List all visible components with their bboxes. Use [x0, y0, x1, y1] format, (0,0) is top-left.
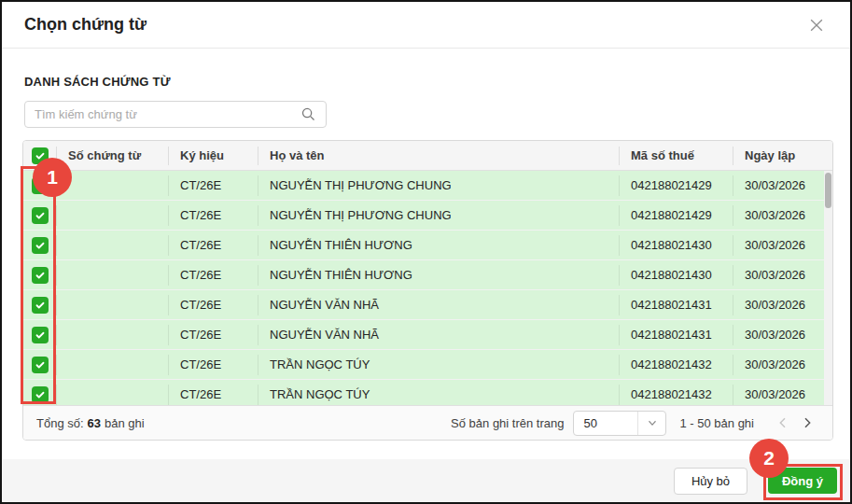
cell-ma-so-thue: 042188021430: [619, 235, 733, 256]
column-header-ky-hieu[interactable]: Ký hiệu: [168, 147, 258, 165]
cell-ho-va-ten: NGUYỄN THỊ PHƯƠNG CHUNG: [258, 175, 619, 196]
cell-ho-va-ten: NGUYỄN VĂN NHÃ: [258, 325, 619, 345]
cell-ngay-lap: 30/03/2026: [733, 325, 832, 345]
cell-ma-so-thue: 042188021431: [619, 325, 733, 345]
search-icon[interactable]: [300, 106, 316, 122]
row-checkbox[interactable]: [23, 237, 56, 254]
page-range-label: 1 - 50 bản ghi: [679, 416, 754, 430]
cell-ho-va-ten: TRẦN NGỌC TÚY: [258, 355, 619, 375]
total-value: 63: [88, 416, 101, 430]
cell-so-chung-tu: [56, 385, 168, 405]
cell-so-chung-tu: [56, 295, 168, 315]
chevron-right-icon: [800, 415, 815, 430]
row-checkbox[interactable]: [23, 297, 56, 314]
column-header-ngay-lap[interactable]: Ngày lập: [733, 147, 832, 165]
cell-ngay-lap: 30/03/2026: [733, 175, 832, 196]
cell-ho-va-ten: NGUYỄN THIÊN HƯƠNG: [258, 265, 619, 286]
table-row[interactable]: CT/26E NGUYỄN VĂN NHÃ 042188021431 30/03…: [23, 320, 832, 350]
cell-ky-hieu: CT/26E: [168, 175, 258, 196]
confirm-button[interactable]: Đồng ý: [768, 468, 837, 494]
modal-header: Chọn chứng từ: [2, 2, 850, 49]
document-table: Số chứng từ Ký hiệu Họ và tên Mã số thuế…: [22, 140, 833, 441]
cell-ky-hieu: CT/26E: [168, 265, 258, 286]
cell-ho-va-ten: TRẦN NGỌC TÚY: [258, 385, 619, 405]
cell-ngay-lap: 30/03/2026: [733, 205, 832, 226]
table-row[interactable]: CT/26E NGUYỄN THỊ PHƯƠNG CHUNG 042188021…: [23, 171, 832, 201]
cell-ngay-lap: 30/03/2026: [733, 355, 832, 375]
checkbox-checked-icon: [32, 297, 49, 314]
cancel-button[interactable]: Hủy bỏ: [674, 468, 747, 495]
cell-so-chung-tu: [56, 235, 168, 256]
cell-so-chung-tu: [56, 205, 168, 226]
cell-so-chung-tu: [56, 325, 168, 345]
cell-ma-so-thue: 042188021432: [619, 355, 733, 375]
table-footer: Tổng số: 63 bản ghi Số bản ghi trên tran…: [23, 405, 832, 440]
per-page-value: 50: [574, 416, 637, 430]
column-header-ho-va-ten[interactable]: Họ và tên: [258, 147, 619, 165]
chevron-down-icon: [637, 412, 665, 435]
search-box: [24, 101, 327, 128]
cell-ho-va-ten: NGUYỄN VĂN NHÃ: [258, 295, 619, 315]
close-icon: [807, 16, 826, 35]
per-page-select[interactable]: 50: [573, 411, 666, 436]
next-page-button[interactable]: [795, 411, 819, 435]
vertical-scrollbar[interactable]: [824, 171, 832, 405]
cell-ngay-lap: 30/03/2026: [733, 265, 832, 286]
table-row[interactable]: CT/26E TRẦN NGỌC TÚY 042188021432 30/03/…: [23, 350, 832, 380]
table-row[interactable]: CT/26E NGUYỄN THỊ PHƯƠNG CHUNG 042188021…: [23, 201, 832, 231]
checkbox-checked-icon: [32, 267, 49, 284]
total-suffix: bản ghi: [105, 416, 145, 430]
cell-ho-va-ten: NGUYỄN THỊ PHƯƠNG CHUNG: [258, 205, 619, 226]
section-title: DANH SÁCH CHỨNG TỪ: [24, 75, 828, 89]
chevron-left-icon: [775, 415, 790, 430]
cell-ma-so-thue: 042188021430: [619, 265, 733, 286]
row-checkbox[interactable]: [23, 357, 56, 373]
select-all-checkbox[interactable]: [23, 141, 56, 171]
table-row[interactable]: CT/26E NGUYỄN THIÊN HƯƠNG 042188021430 3…: [23, 260, 832, 290]
checkbox-checked-icon: [32, 207, 49, 224]
total-records: Tổng số: 63 bản ghi: [36, 416, 145, 430]
cell-ma-so-thue: 042188021429: [619, 205, 733, 226]
cell-ma-so-thue: 042188021431: [619, 295, 733, 315]
cell-ky-hieu: CT/26E: [168, 205, 258, 226]
cell-ma-so-thue: 042188021432: [619, 385, 733, 405]
cell-ky-hieu: CT/26E: [168, 325, 258, 345]
column-header-ma-so-thue[interactable]: Mã số thuế: [619, 147, 733, 165]
table-body: CT/26E NGUYỄN THỊ PHƯƠNG CHUNG 042188021…: [23, 171, 832, 405]
per-page-label: Số bản ghi trên trang: [451, 416, 564, 430]
row-checkbox[interactable]: [23, 386, 56, 403]
cell-ngay-lap: 30/03/2026: [733, 385, 832, 405]
cell-ngay-lap: 30/03/2026: [733, 295, 832, 315]
cell-ky-hieu: CT/26E: [168, 235, 258, 256]
table-row[interactable]: CT/26E NGUYỄN THIÊN HƯƠNG 042188021430 3…: [23, 231, 832, 260]
modal-title: Chọn chứng từ: [24, 15, 147, 35]
row-checkbox[interactable]: [23, 207, 56, 224]
cell-so-chung-tu: [56, 265, 168, 286]
action-bar: Hủy bỏ Đồng ý: [2, 459, 850, 502]
scrollbar-thumb[interactable]: [825, 173, 831, 208]
prev-page-button[interactable]: [771, 411, 795, 435]
document-select-modal: Chọn chứng từ DANH SÁCH CHỨNG TỪ Số chứn…: [0, 0, 852, 504]
checkbox-checked-icon: [32, 147, 49, 164]
checkbox-checked-icon: [32, 357, 49, 373]
row-checkbox[interactable]: [23, 267, 56, 284]
close-button[interactable]: [805, 14, 828, 36]
cell-ho-va-ten: NGUYỄN THIÊN HƯƠNG: [258, 235, 619, 256]
cell-ngay-lap: 30/03/2026: [733, 235, 832, 256]
cell-ky-hieu: CT/26E: [168, 355, 258, 375]
checkbox-checked-icon: [32, 386, 49, 403]
cell-so-chung-tu: [56, 355, 168, 375]
row-checkbox[interactable]: [23, 327, 56, 343]
checkbox-checked-icon: [32, 177, 49, 194]
checkbox-checked-icon: [32, 327, 49, 343]
row-checkbox[interactable]: [23, 177, 56, 194]
table-header-row: Số chứng từ Ký hiệu Họ và tên Mã số thuế…: [23, 141, 832, 171]
cell-ky-hieu: CT/26E: [168, 385, 258, 405]
table-row[interactable]: CT/26E NGUYỄN VĂN NHÃ 042188021431 30/03…: [23, 290, 832, 320]
column-header-so-chung-tu[interactable]: Số chứng từ: [56, 147, 168, 165]
table-row[interactable]: CT/26E TRẦN NGỌC TÚY 042188021432 30/03/…: [23, 380, 832, 405]
cell-so-chung-tu: [56, 175, 168, 196]
cell-ma-so-thue: 042188021429: [619, 175, 733, 196]
cell-ky-hieu: CT/26E: [168, 295, 258, 315]
search-input[interactable]: [35, 107, 300, 121]
